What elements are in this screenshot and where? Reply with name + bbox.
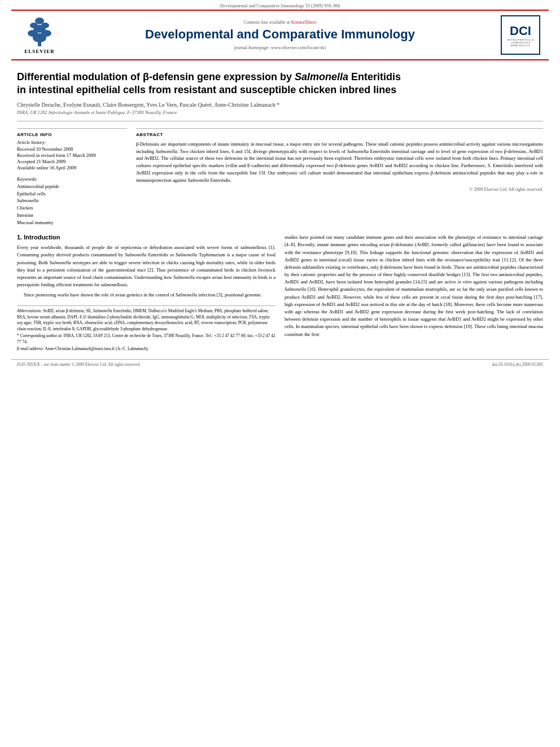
article-authors: Chrystelle Derache, Evelyne Esnault, Cla… (17, 102, 543, 108)
email-footnote: E-mail address: Anne-Christine.Lalmanach… (17, 346, 275, 352)
corresponding-footnote: * Corresponding author at: INRA, UR 1282… (17, 333, 275, 345)
revised-date: Received in revised form 17 March 2009 (17, 152, 127, 158)
elsevier-tree-icon (23, 16, 56, 47)
article-affiliation: INRA, UR 1282 Infectiologie Animale et S… (17, 110, 543, 115)
issn-line: 0145-305X/$ – see front matter © 2009 El… (17, 362, 141, 367)
dci-letters: DCI (510, 24, 531, 38)
keyword-3: Salmonella (17, 197, 127, 204)
body-two-col: 1. Introduction Every year worldwide, th… (17, 234, 543, 353)
body-left-col: 1. Introduction Every year worldwide, th… (17, 234, 275, 353)
article-content: Differential modulation of β-defensin ge… (11, 71, 549, 353)
right-col-text: studies have pointed out many candidate … (285, 234, 543, 338)
contents-text: Contents lists available at (244, 20, 290, 25)
article-title: Differential modulation of β-defensin ge… (17, 71, 543, 97)
abstract-col: ABSTRACT β-Defensins are important compo… (136, 128, 543, 226)
intro-text: Every year worldwide, thousands of peopl… (17, 244, 275, 299)
dci-sub: DEVELOPMENTAL &COMPARATIVEIMMUNOLOGY (507, 38, 534, 47)
journal-header: ELSEVIER Contents lists available at Sci… (11, 10, 549, 60)
svg-rect-0 (38, 42, 41, 46)
sciencedirect-link[interactable]: ScienceDirect (291, 20, 317, 25)
doi-line: doi:10.1016/j.dci.2009.03.005 (492, 362, 543, 367)
keyword-1: Antimicrobial peptide (17, 183, 127, 190)
article-info-box: ARTICLE INFO Article history: Received 1… (17, 128, 127, 226)
body-right-col: studies have pointed out many candidate … (285, 234, 543, 353)
page-wrapper: Developmental and Comparative Immunology… (0, 0, 560, 369)
keyword-6: Mucosal immunity (17, 219, 127, 226)
svg-point-7 (35, 18, 44, 24)
abstract-text: β-Defensins are important components of … (136, 141, 543, 184)
contents-line: Contents lists available at ScienceDirec… (68, 20, 492, 25)
journal-citation: Developmental and Comparative Immunology… (220, 3, 340, 8)
journal-title-main: Developmental and Comparative Immunology (68, 27, 492, 42)
article-info-abstract-cols: ARTICLE INFO Article history: Received 1… (17, 128, 543, 226)
intro-heading: 1. Introduction (17, 234, 275, 241)
abstract-box: ABSTRACT β-Defensins are important compo… (136, 128, 543, 193)
history-label: Article history: (17, 139, 127, 145)
available-date: Available online 16 April 2009 (17, 165, 127, 171)
article-info-title: ARTICLE INFO (17, 132, 127, 137)
received-date: Received 10 November 2008 (17, 146, 127, 152)
accepted-date: Accepted 21 March 2009 (17, 159, 127, 164)
article-info-col: ARTICLE INFO Article history: Received 1… (17, 128, 127, 226)
keywords-section: Keywords: Antimicrobial peptide Epitheli… (17, 176, 127, 226)
keyword-4: Chicken (17, 204, 127, 212)
journal-homepage: journal homepage: www.elsevier.com/locat… (68, 45, 492, 50)
bottom-bar: 0145-305X/$ – see front matter © 2009 El… (11, 359, 549, 369)
keyword-5: Intestine (17, 212, 127, 219)
dci-logo: DCI DEVELOPMENTAL &COMPARATIVEIMMUNOLOGY (501, 15, 540, 55)
journal-title-block: Contents lists available at ScienceDirec… (68, 15, 492, 55)
abstract-title: ABSTRACT (136, 132, 543, 137)
journal-top-bar: Developmental and Comparative Immunology… (0, 0, 560, 10)
copyright-line: © 2009 Elsevier Ltd. All rights reserved… (136, 187, 543, 192)
footnotes-box: Abbreviations: AvBD, avian β-defensin; S… (17, 305, 275, 352)
keyword-2: Epithelial cells (17, 190, 127, 198)
article-title-section: Differential modulation of β-defensin ge… (17, 71, 543, 121)
abbreviations-footnote: Abbreviations: AvBD, avian β-defensin; S… (17, 308, 275, 332)
elsevier-text: ELSEVIER (24, 49, 55, 54)
keywords-label: Keywords: (17, 176, 127, 182)
dci-logo-block: DCI DEVELOPMENTAL &COMPARATIVEIMMUNOLOGY (498, 15, 543, 55)
elsevier-logo-block: ELSEVIER (17, 15, 62, 55)
